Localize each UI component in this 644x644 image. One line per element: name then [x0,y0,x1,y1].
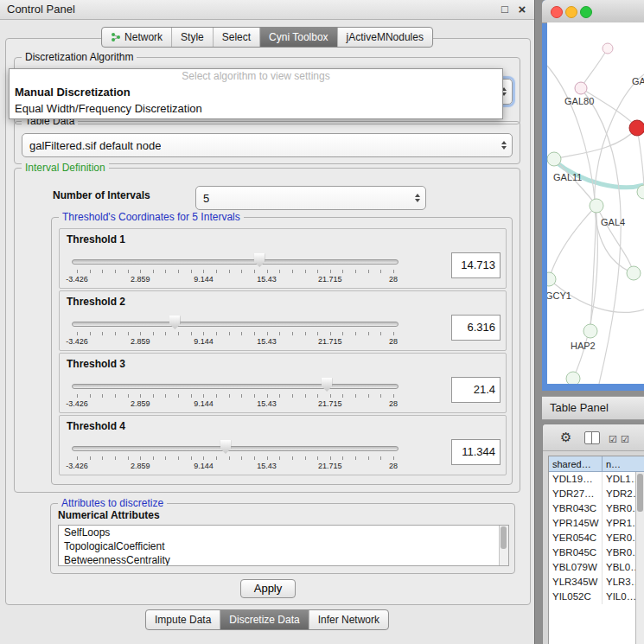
window-title: Control Panel [7,0,75,19]
apply-button[interactable]: Apply [240,579,296,598]
column-layout-icon[interactable] [584,431,600,444]
cell-shared-name[interactable]: YLR345W [549,575,603,590]
tab-style[interactable]: Style [171,28,213,47]
slider-thumb[interactable] [220,440,232,454]
table-data-combobox[interactable]: galFiltered.sif default node [22,133,513,157]
table-row[interactable]: YER054CYER0… [549,531,644,545]
threshold-2-slider[interactable]: -3.426 2.859 9.144 15.43 21.715 28 [72,314,399,347]
attributes-list[interactable]: SelfLoops TopologicalCoefficient Between… [58,525,509,566]
select-none-checkbox-icon[interactable]: ☑ [621,431,629,447]
scale-label: -3.426 [66,399,88,408]
network-node[interactable] [603,43,613,54]
cell-shared-name[interactable]: YBR043C [549,501,603,516]
combo-arrows-icon [415,194,420,202]
node-table[interactable]: shared… n… YDL19…YDL1… YDR27…YDR2… YBR04… [548,456,644,644]
threshold-3-label: Threshold 3 [67,358,125,370]
tab-discretize-data[interactable]: Discretize Data [220,610,308,629]
list-item[interactable]: SelfLoops [59,526,508,539]
slider-thumb[interactable] [254,253,265,267]
network-tab-icon [111,32,121,42]
control-panel-titlebar[interactable]: Control Panel □ × [0,0,534,20]
table-data-combobox-value: galFiltered.sif default node [22,139,161,152]
network-node[interactable] [627,266,641,280]
slider-thumb[interactable] [322,378,333,392]
table-row[interactable]: YDL19…YDL1… [549,472,644,487]
number-of-intervals-label: Number of Intervals [53,189,150,201]
float-window-icon[interactable]: □ [498,0,512,19]
cell-shared-name[interactable]: YBL079W [549,560,603,575]
column-header-shared-name[interactable]: shared… [549,456,603,472]
threshold-4-slider[interactable]: -3.426 2.859 9.144 15.43 21.715 28 [72,438,399,471]
table-row[interactable]: YLR345WYLR3… [549,575,644,590]
tab-select[interactable]: Select [213,28,259,47]
tab-jactivemodules[interactable]: jActiveMNodules [337,28,432,47]
network-node[interactable] [547,152,561,166]
table-row[interactable]: YPR145WYPR1… [549,516,644,531]
cell-shared-name[interactable]: YIL052C [549,590,603,604]
minimize-traffic-light-icon[interactable] [565,6,577,18]
list-item[interactable]: TopologicalCoefficient [59,539,508,553]
network-node[interactable] [590,199,603,213]
threshold-4-label: Threshold 4 [67,420,125,432]
threshold-1-value-field[interactable]: 14.713 [451,252,501,278]
table-panel-window: ⚙ ☑ ☑ shared… n… YDL19…YDL1… YDR27…YDR2…… [542,424,644,644]
network-canvas[interactable]: GAL80 GA GAL11 GAL4 GCY1 HAP2 [547,22,644,384]
network-node-selected[interactable] [629,120,644,136]
threshold-2-panel: Threshold 2 -3.426 2.859 9.144 15.43 21.… [59,290,507,351]
attributes-scrollbar[interactable] [499,526,508,565]
scrollbar-thumb[interactable] [637,474,643,512]
scale-label: 15.43 [257,399,277,408]
gear-icon[interactable]: ⚙ [560,430,571,445]
table-scrollbar[interactable] [635,472,644,644]
table-row[interactable]: YBR045CYBR0… [549,545,644,560]
table-row[interactable]: YIL052CYIL0… [549,590,644,604]
close-icon[interactable]: × [515,0,529,19]
threshold-4-panel: Threshold 4 -3.426 2.859 9.144 15.43 21.… [59,415,507,475]
dropdown-option-manual-discretization[interactable]: Manual Discretization [10,84,502,100]
thresholds-group: Threshold's Coordinates for 5 Intervals … [51,217,513,485]
slider-scale: -3.426 2.859 9.144 15.43 21.715 28 [77,399,393,408]
tab-infer-network[interactable]: Infer Network [309,610,388,629]
scale-label: 9.144 [194,337,214,346]
cell-shared-name[interactable]: YDR27… [549,487,603,501]
tab-impute-data[interactable]: Impute Data [146,610,220,629]
threshold-4-value-field[interactable]: 11.344 [451,439,501,465]
table-panel-header[interactable]: Table Panel [542,396,644,420]
cell-shared-name[interactable]: YPR145W [549,516,603,531]
scale-label: -3.426 [66,337,88,346]
threshold-1-slider[interactable]: -3.426 2.859 9.144 15.43 21.715 28 [72,252,399,284]
node-label: GA [632,76,644,86]
threshold-2-value-field[interactable]: 6.316 [451,315,501,341]
table-row[interactable]: YDR27…YDR2… [549,487,644,501]
tab-network[interactable]: Network [102,28,171,47]
cell-shared-name[interactable]: YER054C [549,531,603,545]
select-all-checkbox-icon[interactable]: ☑ [609,431,617,447]
cyni-mode-tabs: Impute Data Discretize Data Infer Networ… [145,609,389,630]
cyni-toolbox-panel: Discretization Algorithm Select algorith… [5,38,531,605]
threshold-3-value-field[interactable]: 21.4 [451,377,501,403]
cell-shared-name[interactable]: YDL19… [549,472,603,487]
tab-infer-network-label: Infer Network [318,611,379,628]
table-row[interactable]: YBR043CYBR0… [549,501,644,516]
scrollbar-thumb[interactable] [501,526,507,549]
zoom-traffic-light-icon[interactable] [580,6,592,18]
number-of-intervals-combobox[interactable]: 5 [195,186,426,210]
network-node[interactable] [583,324,597,338]
slider-thumb[interactable] [169,316,181,329]
slider-ticks [77,332,394,335]
cell-shared-name[interactable]: YBR045C [549,545,603,560]
table-row[interactable]: YBL079WYBL0… [549,560,644,575]
list-item[interactable]: BetweennessCentrality [59,553,508,566]
scale-label: 2.859 [131,275,150,284]
network-window-titlebar[interactable] [542,0,644,23]
threshold-3-slider[interactable]: -3.426 2.859 9.144 15.43 21.715 28 [72,376,399,409]
slider-scale: -3.426 2.859 9.144 15.43 21.715 28 [77,275,393,284]
control-panel-tabs: Network Style Select Cyni Toolbox jActiv… [101,27,433,48]
network-node[interactable] [566,372,580,384]
network-node[interactable] [575,82,587,94]
slider-ticks [77,456,394,460]
close-traffic-light-icon[interactable] [551,6,563,18]
dropdown-option-equal-width-frequency[interactable]: Equal Width/Frequency Discretization [10,100,502,117]
tab-cyni-toolbox[interactable]: Cyni Toolbox [259,28,336,47]
column-header-name[interactable]: n… [603,456,644,472]
